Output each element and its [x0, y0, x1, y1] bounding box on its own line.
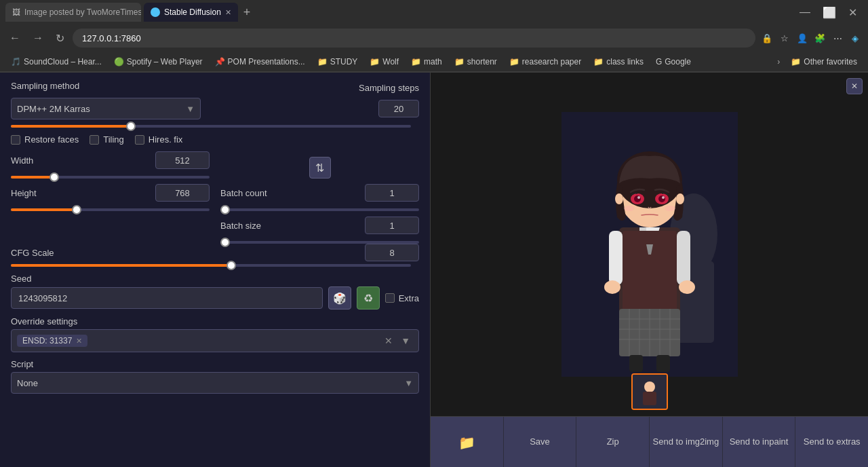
back-button[interactable]: ←	[5, 29, 24, 47]
cfg-scale-section: CFG Scale	[11, 244, 419, 267]
batch-count-slider[interactable]	[220, 208, 419, 211]
width-fill	[11, 176, 54, 179]
override-clear-button[interactable]: ✕	[382, 334, 395, 348]
sampling-steps-input[interactable]: 20	[378, 100, 419, 117]
bookmark-soundcloud[interactable]: 🎵 SoundCloud – Hear...	[5, 56, 107, 68]
hires-fix-checkbox[interactable]: Hires. fix	[135, 134, 183, 145]
tab2-label: Stable Diffusion	[164, 7, 221, 17]
width-slider[interactable]	[11, 176, 210, 179]
folder-icon: 📁	[458, 434, 475, 451]
restore-faces-checkbox[interactable]: Restore faces	[11, 134, 79, 145]
tab-2[interactable]: Stable Diffusion ✕	[144, 3, 238, 22]
sampling-steps-slider[interactable]	[11, 125, 411, 128]
height-input[interactable]	[155, 184, 210, 202]
batch-count-thumb[interactable]	[220, 205, 230, 214]
seed-recycle-button[interactable]: ♻	[357, 286, 380, 310]
extra-checkbox[interactable]: Extra	[385, 293, 419, 303]
close-window-button[interactable]: ✕	[843, 6, 863, 19]
override-tag-ensd: ENSD: 31337 ✕	[17, 335, 87, 347]
restore-faces-box	[11, 135, 20, 145]
maximize-button[interactable]: ⬜	[817, 6, 842, 19]
cfg-scale-input[interactable]	[365, 244, 419, 261]
svg-point-35	[644, 381, 655, 392]
bookmark-pom[interactable]: 📌 POM Presentations...	[210, 56, 311, 68]
restore-faces-label: Restore faces	[24, 134, 79, 145]
script-dropdown[interactable]: None ▼	[11, 372, 419, 394]
bookmarks-more-button[interactable]: ›	[773, 56, 784, 68]
seed-row: 1243095812 🎲 ♻ Extra	[11, 286, 419, 310]
right-col: ⇅ Batch count Batch size	[220, 151, 419, 244]
bookmark-math[interactable]: 📁 math	[406, 56, 448, 68]
bookmark-other[interactable]: 📁 Other favorites	[785, 56, 863, 68]
forward-button[interactable]: →	[28, 29, 47, 47]
tab-1[interactable]: 🖼 Image posted by TwoMoreTimes... ✕	[5, 3, 141, 22]
send-img2img-label: Send to img2img	[653, 436, 719, 448]
bookmark-study[interactable]: 📁 STUDY	[312, 56, 363, 68]
cfg-scale-slider[interactable]	[11, 264, 411, 267]
edge-icon[interactable]: ◈	[848, 31, 863, 45]
batch-size-thumb[interactable]	[220, 238, 230, 247]
new-tab-button[interactable]: +	[241, 5, 254, 20]
override-settings-label: Override settings	[11, 316, 419, 326]
seed-input[interactable]: 1243095812	[11, 287, 323, 309]
reload-button[interactable]: ↻	[52, 29, 68, 48]
bookmark-google[interactable]: G Google	[650, 56, 696, 68]
star-icon[interactable]: ☆	[777, 31, 792, 45]
height-slider[interactable]	[11, 208, 210, 211]
width-thumb[interactable]	[50, 172, 59, 182]
send-extras-button[interactable]: Send to extras	[795, 417, 868, 467]
batch-count-input[interactable]	[365, 184, 419, 202]
url-input[interactable]	[73, 29, 755, 48]
ensd-tag-close[interactable]: ✕	[76, 337, 82, 345]
spotify-icon: 🟢	[114, 57, 124, 67]
sampling-method-dropdown[interactable]: DPM++ 2M Karras ▼	[11, 98, 201, 119]
extensions-icon[interactable]: 🧩	[812, 31, 827, 45]
cfg-scale-label: CFG Scale	[11, 248, 65, 258]
seed-dice-button[interactable]: 🎲	[328, 286, 351, 310]
bookmark-research[interactable]: 📁 reasearch paper	[504, 56, 587, 68]
ensd-tag-label: ENSD: 31337	[22, 336, 72, 345]
zip-label: Zip	[607, 436, 619, 448]
tiling-checkbox[interactable]: Tiling	[90, 134, 124, 145]
thumbnail-1[interactable]	[631, 373, 668, 410]
send-img2img-button[interactable]: Send to img2img	[650, 417, 723, 467]
save-button[interactable]: Save	[504, 417, 577, 467]
study-icon: 📁	[317, 57, 328, 67]
thumb-img	[633, 375, 667, 409]
height-fill	[11, 208, 77, 211]
batch-size-input[interactable]	[365, 217, 419, 234]
right-panel: ✕	[431, 73, 868, 467]
minimize-button[interactable]: —	[794, 6, 816, 19]
tab2-close[interactable]: ✕	[225, 8, 231, 17]
batch-count-field: Batch count	[220, 184, 419, 211]
swap-dimensions-button[interactable]: ⇅	[309, 157, 331, 179]
open-folder-button[interactable]: 📁	[431, 417, 504, 467]
bookmark-spotify[interactable]: 🟢 Spotify – Web Player	[108, 56, 208, 68]
bookmark-class[interactable]: 📁 class links	[588, 56, 649, 68]
sampling-steps-thumb[interactable]	[126, 122, 136, 131]
width-input[interactable]	[155, 151, 210, 169]
bookmark-shorten[interactable]: 📁 shortenr	[449, 56, 502, 68]
sampling-steps-slider-container	[11, 125, 419, 128]
svg-point-26	[637, 196, 640, 199]
menu-icon[interactable]: ⋯	[830, 31, 845, 45]
profile-icon[interactable]: 👤	[795, 31, 810, 45]
image-close-button[interactable]: ✕	[846, 78, 863, 94]
height-thumb[interactable]	[72, 205, 81, 214]
dice-icon: 🎲	[333, 292, 347, 305]
send-extras-label: Send to extras	[804, 436, 861, 448]
cfg-scale-thumb[interactable]	[226, 261, 236, 270]
zip-button[interactable]: Zip	[576, 417, 650, 467]
shield-icon[interactable]: 🔒	[760, 31, 774, 45]
address-icons: 🔒 ☆ 👤 🧩 ⋯ ◈	[760, 31, 863, 45]
tab1-favicon: 🖼	[12, 7, 20, 17]
seed-label: Seed	[11, 274, 419, 284]
height-field: Height	[11, 184, 210, 211]
override-dropdown-button[interactable]: ▼	[398, 334, 413, 348]
width-label: Width	[11, 155, 33, 166]
bookmark-wolf[interactable]: 📁 Wolf	[364, 56, 404, 68]
close-icon: ✕	[851, 81, 858, 91]
send-inpaint-button[interactable]: Send to inpaint	[723, 417, 796, 467]
wolf-icon: 📁	[370, 57, 380, 67]
batch-size-slider[interactable]	[220, 241, 419, 244]
